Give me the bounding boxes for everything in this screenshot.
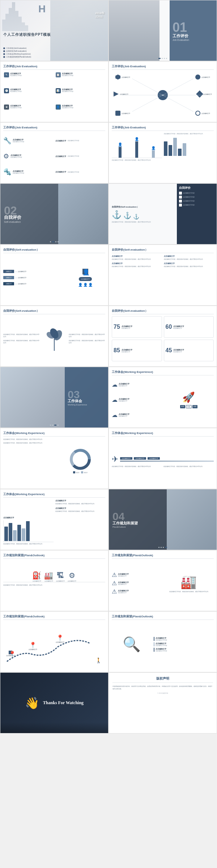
pipe-right: 点击编辑文字 此处编辑文字内容 点击编辑文字 此处编辑文字内容 点击编辑文字 此… <box>55 133 106 180</box>
people-layout: 👤 👤 👤 此处编辑文字内容，根据实际内容修改，建议字数在50字以内 <box>112 133 214 180</box>
thanks-text: Thanks For Watching <box>43 700 84 706</box>
people-left: 👤 👤 👤 此处编辑文字内容，根据实际内容修改，建议字数在50字以内 <box>112 133 162 180</box>
plan-factory-col: 🏭 此处编辑文字内容，根据实际内容修改，建议字数在50字以内 <box>164 561 214 606</box>
leaf-graphic-center <box>42 326 67 352</box>
se-para-title-1: 点击编辑文字 <box>112 255 162 257</box>
hex-item-br: 点击编辑文字 <box>195 111 210 116</box>
job-desc-6: 此处编辑文字内容 <box>62 107 105 109</box>
dark-item-1: 点击编辑文字内容 <box>179 192 214 195</box>
dark-title-area: 自我评价 <box>179 186 214 190</box>
title-self-eval-3: 自我评价(Self-evaluation） <box>3 309 105 314</box>
city-in-lens: 🏙 <box>125 639 130 644</box>
slide-job-eval-1: 工作评价(Job Evaluation) ✎ 点击编辑文字 此处编辑文字内容 📋… <box>0 61 109 122</box>
dark-icon-2 <box>179 196 182 199</box>
walking-person-icon: 🚶 <box>95 658 102 663</box>
person-figure: 👤 <box>82 269 88 275</box>
pd2-0 <box>50 241 51 242</box>
dark-text-1: 点击编辑文字内容 <box>183 192 195 194</box>
we-circle-layout: 此处编辑文字内容，根据实际内容修改，建议字数在50字以内 此处编辑文字内容，根据… <box>3 438 105 484</box>
ind-item-2: 🏭 点击编辑文字 <box>44 571 53 582</box>
pd4-0 <box>158 547 159 548</box>
person-bar-3 <box>152 150 155 158</box>
section-cn-03: 工作体会 <box>68 399 105 404</box>
job-desc-2: 此处编辑文字内容 <box>62 75 105 77</box>
menu-list: 工作评价(Job Evaluation) 自我评价(Self-evaluatio… <box>3 47 106 58</box>
title-self-eval-4: 自我评价(Self-evaluation） <box>112 309 214 314</box>
hex-label-ml: 点击编辑文字 <box>120 93 128 95</box>
title-cn: 工作评价(Job Evaluation) <box>3 65 37 68</box>
ind-label-3: 点击编辑文字 <box>56 580 65 582</box>
slide-plan-4: 工作规划和展望(Plan&Outlook) 🔍 🏙 点击编辑文字 此处编辑文字内… <box>109 611 217 672</box>
we-cloud-text-1: 点击编辑文字 此处编辑文字 <box>119 383 129 387</box>
plan-warning-layout: ⚠ 点击编辑文字 此处编辑文字 ⚠ 点击编辑文字 此处编辑文字 ⚠ <box>112 561 214 606</box>
dark-icon-4 <box>179 204 182 207</box>
slide-job-eval-2: 工作评价(Job Evaluation) ✦ 点击编辑文字 点击编辑文字 点击编… <box>109 61 217 122</box>
title-work-exp-1: 工作体会(Working Experience) <box>112 370 214 375</box>
pd-3 <box>166 58 167 59</box>
job-text-6: 点击编辑文字 此处编辑文字内容 <box>62 105 105 109</box>
center-circle: ✦ <box>158 90 168 100</box>
copyright-mark: © 2018 版权所有 <box>157 692 168 694</box>
se-para-text-4: 此处编辑文字内容，根据实际内容修改，建议字数在50字以内 <box>164 265 214 268</box>
job-text-5: 点击编辑文字 此处编辑文字内容 <box>10 105 53 109</box>
plane-line <box>120 461 214 461</box>
se-para-text-2: 此处编辑文字内容，根据实际内容修改，建议字数在50字以内 <box>112 265 162 268</box>
dark-icon-1 <box>179 192 182 195</box>
dark-text-4: 点击编辑文字内容 <box>183 204 195 206</box>
people-chart: 👤 👤 👤 <box>112 133 162 158</box>
person-col-2: 👤 <box>135 137 139 158</box>
menu-text-4: 工作规划和展望(Plan&Outlook) <box>6 56 31 58</box>
progress-dots-01 <box>158 58 167 59</box>
dark-title: 自我评价 <box>179 186 191 190</box>
slides-container: H 2018年 试聘期 个人工作述职报告PPT模板 工作评价(Job Evalu… <box>0 0 217 733</box>
warn-item-2: ⚠ 点击编辑文字 此处编辑文字 <box>112 580 162 587</box>
hex-icon-ml <box>114 92 119 97</box>
dark-right-panel: 自我评价 点击编辑文字内容 点击编辑文字内容 点击编辑文字内容 点击编辑文字内容 <box>177 184 217 244</box>
hex-layout: ✦ 点击编辑文字 点击编辑文字 点击编辑文字 点击编辑文字 点击编辑文字 <box>112 72 214 119</box>
slide-thanks: 👋 Thanks For Watching <box>0 672 109 733</box>
person-head-icon: 👤 <box>82 269 88 275</box>
title-work-exp-2: 工作体会(Working Experience) <box>3 431 105 437</box>
pd2-2 <box>55 241 56 242</box>
pipe-item-2: ⚙ 点击编辑文字 此处编辑文字内容 <box>3 152 54 160</box>
job-icon-3: 🕐 <box>4 88 9 93</box>
flow-box-2: 步骤文字 <box>3 276 14 279</box>
people-right: 此处编辑文字内容，根据实际内容修改，建议字数在50字以内 <box>164 133 214 180</box>
plane-row: ✈ 点击编辑文字 点击编辑文字 点击编辑文字 <box>112 455 214 464</box>
slide-section-02-photo: 02 自我评价 Self-evaluation <box>0 183 109 244</box>
trial-label: 试聘期 <box>95 15 105 19</box>
warning-icon-2: ⚠ <box>112 580 117 587</box>
people-desc: 此处编辑文字内容，根据实际内容修改，建议字数在50字以内 <box>112 159 162 161</box>
windmill-text: 此处编辑文字内容，根据实际内容修改，建议字数在50字以内 <box>112 221 175 223</box>
we-cloud-2: ☁ 点击编辑文字 此处编辑文字 <box>112 396 162 403</box>
job-item-3: 🕐 点击编辑文字 此处编辑文字内容 <box>3 88 54 102</box>
road-marker-3: 📍 <box>56 634 64 641</box>
legend-2: 项目2 <box>81 471 88 473</box>
menu-item-3: 工作体会(Working Experience) <box>3 53 106 55</box>
job-desc-5: 此处编辑文字内容 <box>10 107 53 109</box>
plan-text-item-1: 点击编辑文字 此处编辑文字内容 <box>154 637 214 641</box>
person-bar-1 <box>119 147 122 158</box>
job-icon-1: ✎ <box>4 72 9 77</box>
title-job-eval-1: 工作评价(Job Evaluation) <box>3 64 105 70</box>
pd4-1 <box>161 547 162 548</box>
bar-5 <box>183 143 186 156</box>
person-sm-1: 👤 <box>78 283 82 287</box>
hex-icon-tl <box>115 75 120 80</box>
bar-chart <box>164 138 214 156</box>
we-cloud-3: ☁ 点击编辑文字 此处编辑文字 <box>112 412 162 418</box>
hex-item-tl: 点击编辑文字 <box>115 75 130 80</box>
ind-item-1: ⛽ 点击编辑文字 <box>32 571 41 582</box>
circle-legend: 项目1 项目2 <box>73 471 88 473</box>
warn-text-3: 点击编辑文字 此处编辑文字 <box>118 590 129 593</box>
bar-2 <box>169 145 172 156</box>
road-item-3: 📍 点击编辑文字 <box>56 634 64 643</box>
se-persons: 步骤文字 → 点击编辑文字 步骤文字 → 点击编辑文字 步骤文字 → 点击编辑文… <box>3 255 63 300</box>
person-col-3: 👤 <box>151 146 156 158</box>
title-job-eval-3: 工作评价(Job Evaluation) <box>3 125 105 131</box>
warn-text-2: 点击编辑文字 此处编辑文字 <box>118 581 129 585</box>
section-en-01: Job Evaluation <box>173 39 214 41</box>
we-bar-left: 点击编辑文字 此处编辑文字内容，根据实际内容修改，建议字数在50字以内 <box>3 499 54 545</box>
stat-text-2: 点击编辑文字 此处编辑文字 <box>173 325 184 329</box>
flow-arrow-1: → <box>15 271 17 273</box>
